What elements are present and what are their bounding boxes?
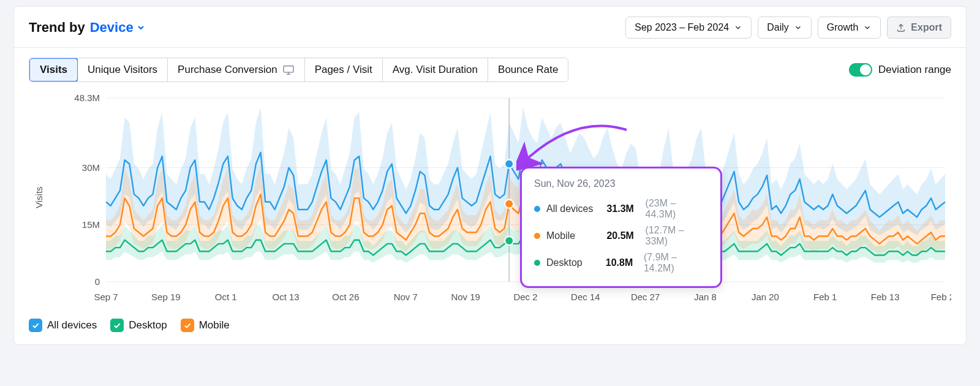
checkbox-icon xyxy=(29,319,42,332)
tooltip-series-name: All devices xyxy=(546,203,606,214)
svg-text:Dec 14: Dec 14 xyxy=(571,292,600,302)
svg-text:Feb 13: Feb 13 xyxy=(871,292,900,302)
legend-label: All devices xyxy=(47,319,97,331)
series-dot-icon xyxy=(534,206,540,212)
tooltip-series-range: (7.9M – 14.2M) xyxy=(644,252,708,274)
svg-text:Nov 7: Nov 7 xyxy=(394,292,418,302)
legend-label: Desktop xyxy=(129,319,167,331)
deviation-range-control: Deviation range xyxy=(849,63,951,77)
tab-visits[interactable]: Visits xyxy=(29,58,78,82)
chart-legend: All devicesDesktopMobile xyxy=(14,311,966,344)
legend-item-mobile[interactable]: Mobile xyxy=(181,319,230,332)
svg-point-29 xyxy=(505,200,513,208)
svg-text:48.3M: 48.3M xyxy=(74,93,100,103)
svg-text:30M: 30M xyxy=(82,162,100,173)
svg-text:15M: 15M xyxy=(82,219,100,230)
tooltip-series-range: (12.7M – 33M) xyxy=(646,225,708,247)
svg-text:Oct 26: Oct 26 xyxy=(332,292,359,302)
svg-text:Feb 1: Feb 1 xyxy=(813,292,837,302)
svg-text:Dec 2: Dec 2 xyxy=(513,292,537,302)
tab-purchase-conversion[interactable]: Purchase Conversion xyxy=(168,58,305,81)
deviation-label: Deviation range xyxy=(878,64,951,76)
tooltip-row: Desktop10.8M(7.9M – 14.2M) xyxy=(534,249,708,276)
chart-tooltip: Sun, Nov 26, 2023 All devices31.3M(23M –… xyxy=(520,167,722,288)
svg-text:Nov 19: Nov 19 xyxy=(451,292,480,302)
device-label: Device xyxy=(90,20,134,36)
svg-point-28 xyxy=(505,159,513,168)
tab-bounce-rate[interactable]: Bounce Rate xyxy=(488,58,568,81)
tooltip-series-value: 31.3M xyxy=(606,203,641,214)
checkbox-icon xyxy=(181,319,194,332)
card-title: Trend by Device xyxy=(29,20,146,36)
tooltip-series-name: Mobile xyxy=(546,230,606,241)
chevron-down-icon xyxy=(136,23,146,32)
svg-text:0: 0 xyxy=(95,276,100,287)
trend-chart[interactable]: 015M30M48.3MSep 7Sep 19Oct 1Oct 13Oct 26… xyxy=(57,92,951,306)
svg-text:Feb 29: Feb 29 xyxy=(931,292,951,302)
title-prefix: Trend by xyxy=(29,20,85,36)
deviation-toggle[interactable] xyxy=(849,63,872,77)
upload-icon xyxy=(896,23,906,32)
chevron-down-icon xyxy=(794,23,802,32)
legend-label: Mobile xyxy=(199,319,230,331)
svg-text:Jan 8: Jan 8 xyxy=(694,292,717,302)
checkbox-icon xyxy=(110,319,124,332)
tooltip-row: All devices31.3M(23M – 44.3M) xyxy=(534,195,708,222)
tooltip-series-name: Desktop xyxy=(546,257,606,268)
series-dot-icon xyxy=(534,233,540,239)
svg-text:Oct 13: Oct 13 xyxy=(272,292,299,302)
tabs-row: VisitsUnique VisitorsPurchase Conversion… xyxy=(14,48,966,86)
svg-text:Sep 19: Sep 19 xyxy=(151,292,181,302)
tooltip-row: Mobile20.5M(12.7M – 33M) xyxy=(534,222,708,249)
monitor-icon xyxy=(282,65,295,75)
tab-unique-visitors[interactable]: Unique Visitors xyxy=(78,58,168,81)
legend-item-all-devices[interactable]: All devices xyxy=(29,319,97,332)
granularity-select[interactable]: Daily xyxy=(758,17,812,39)
svg-rect-1 xyxy=(284,66,293,72)
y-axis-label: Visits xyxy=(34,186,44,208)
chevron-down-icon xyxy=(863,23,872,32)
tooltip-series-value: 10.8M xyxy=(606,257,640,268)
svg-text:Dec 27: Dec 27 xyxy=(631,292,660,302)
tab-avg-visit-duration[interactable]: Avg. Visit Duration xyxy=(383,58,488,81)
mode-select[interactable]: Growth xyxy=(818,17,881,39)
legend-item-desktop[interactable]: Desktop xyxy=(110,319,167,332)
chevron-down-icon xyxy=(734,23,742,32)
trend-card: Trend by Device Sep 2023 – Feb 2024 Dail… xyxy=(13,6,967,345)
device-dropdown[interactable]: Device xyxy=(90,20,146,36)
tooltip-date: Sun, Nov 26, 2023 xyxy=(534,178,708,189)
tooltip-series-value: 20.5M xyxy=(606,230,641,241)
tooltip-series-range: (23M – 44.3M) xyxy=(646,198,708,220)
date-range-select[interactable]: Sep 2023 – Feb 2024 xyxy=(625,17,752,39)
svg-text:Oct 1: Oct 1 xyxy=(215,292,237,302)
export-button[interactable]: Export xyxy=(887,17,951,39)
tab-pages-visit[interactable]: Pages / Visit xyxy=(305,58,383,81)
series-dot-icon xyxy=(534,260,540,266)
card-header: Trend by Device Sep 2023 – Feb 2024 Dail… xyxy=(14,7,966,48)
svg-text:Sep 7: Sep 7 xyxy=(94,292,118,302)
svg-text:Jan 20: Jan 20 xyxy=(752,292,779,302)
chart-area: Visits 015M30M48.3MSep 7Sep 19Oct 1Oct 1… xyxy=(14,86,966,311)
annotation-arrow-icon xyxy=(516,124,639,173)
header-controls: Sep 2023 – Feb 2024 Daily Growth Export xyxy=(625,17,951,39)
metric-tabs: VisitsUnique VisitorsPurchase Conversion… xyxy=(29,58,568,82)
svg-point-30 xyxy=(505,237,513,245)
